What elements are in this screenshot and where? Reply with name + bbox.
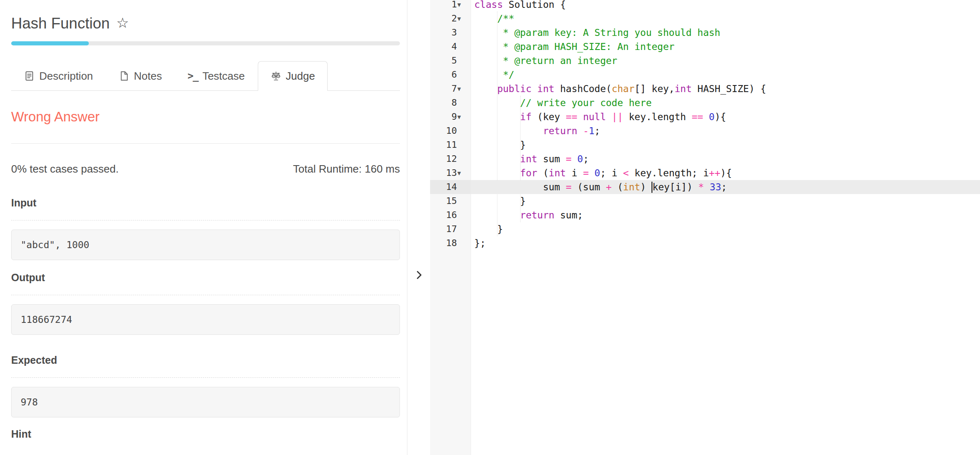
gutter-line-number: 8 [430,96,471,110]
divider-dashed [11,377,400,378]
gutter-line-number: 6 [430,68,471,82]
output-label: Output [11,272,400,284]
gutter-line-number: 13▾ [430,166,471,180]
problem-panel: Hash Function ☆ Description [0,0,407,455]
editor-code[interactable]: class Solution { /** * @param key: A Str… [471,0,980,250]
problem-panel-content: Hash Function ☆ Description [11,14,400,440]
code-line[interactable]: // write your code here [471,96,980,110]
panel-splitter [407,0,430,455]
output-value-box: 118667274 [11,304,400,335]
progress-bar [11,41,400,45]
tests-passed-text: 0% test cases passed. [11,163,119,175]
code-line[interactable]: int sum = 0; [471,152,980,166]
chevron-right-icon [413,269,425,281]
fold-toggle-icon[interactable]: ▾ [457,0,461,12]
description-icon [24,71,35,81]
star-icon[interactable]: ☆ [117,16,129,30]
gutter-line-number: 1▾ [430,0,471,12]
gutter-line-number: 17 [430,222,471,236]
divider-dashed [11,220,400,220]
gutter-line-number: 9▾ [430,110,471,124]
tab-label: Judge [286,70,315,83]
code-line[interactable]: } [471,222,980,236]
code-line[interactable]: sum = (sum + (int) key[i]) * 33; [471,180,980,194]
gutter-line-number: 14 [430,180,471,194]
tab-description[interactable]: Description [11,61,106,91]
tab-notes[interactable]: Notes [106,61,175,91]
fold-toggle-icon[interactable]: ▾ [457,110,461,124]
code-line[interactable]: return -1; [471,124,980,138]
collapse-panel-button[interactable] [413,269,425,282]
code-line[interactable]: if (key == null || key.length == 0){ [471,110,980,124]
hint-label: Hint [11,428,400,440]
code-line[interactable]: class Solution { [471,0,980,12]
expected-label: Expected [11,354,400,366]
tab-label: Notes [134,70,162,83]
gutter-line-number: 7▾ [430,82,471,96]
input-value: "abcd", 1000 [21,239,89,250]
code-line[interactable]: return sum; [471,208,980,222]
code-line[interactable]: public int hashCode(char[] key,int HASH_… [471,82,980,96]
gutter-line-number: 3 [430,26,471,40]
code-line[interactable]: */ [471,68,980,82]
divider-dashed [11,295,400,295]
expected-value: 978 [21,397,38,408]
tab-bar: Description Notes >_ Testcase [11,61,400,91]
divider [11,143,400,144]
code-line[interactable]: } [471,194,980,208]
code-editor[interactable]: class Solution { /** * @param key: A Str… [430,0,980,455]
gutter-line-number: 16 [430,208,471,222]
tab-judge[interactable]: Judge [258,61,328,91]
gutter-line-number: 10 [430,124,471,138]
judge-stats-row: 0% test cases passed. Total Runtime: 160… [11,163,400,175]
progress-fill [11,41,89,45]
gutter-line-number: 5 [430,54,471,68]
tab-testcase[interactable]: >_ Testcase [175,61,258,91]
tab-label: Description [39,70,93,83]
gutter-line-number: 15 [430,194,471,208]
gutter-line-number: 2▾ [430,12,471,26]
gutter-line-number: 12 [430,152,471,166]
output-value: 118667274 [21,314,72,325]
input-label: Input [11,197,400,209]
testcase-icon: >_ [188,70,198,82]
runtime-text: Total Runtime: 160 ms [293,163,400,175]
gutter-line-number: 18 [430,236,471,250]
gutter-line-number: 11 [430,138,471,152]
code-line[interactable]: /** [471,12,980,26]
input-value-box: "abcd", 1000 [11,230,400,260]
code-line[interactable]: * @param key: A String you should hash [471,26,980,40]
code-line[interactable]: for (int i = 0; i < key.length; i++){ [471,166,980,180]
page-title: Hash Function [11,14,110,33]
code-line[interactable]: } [471,138,980,152]
code-line[interactable]: * @return an integer [471,54,980,68]
title-row: Hash Function ☆ [11,14,400,33]
gutter-line-number: 4 [430,40,471,54]
fold-toggle-icon[interactable]: ▾ [457,82,461,96]
tab-label: Testcase [202,70,245,83]
code-line[interactable]: * @param HASH_SIZE: An integer [471,40,980,54]
notes-icon [119,71,129,81]
code-line[interactable]: }; [471,236,980,250]
judge-icon [271,71,281,81]
fold-toggle-icon[interactable]: ▾ [457,166,461,180]
editor-gutter: 1▾2▾34567▾89▾10111213▾1415161718 [430,0,471,250]
judge-status: Wrong Answer [11,109,400,125]
expected-value-box: 978 [11,387,400,417]
fold-toggle-icon[interactable]: ▾ [457,12,461,26]
